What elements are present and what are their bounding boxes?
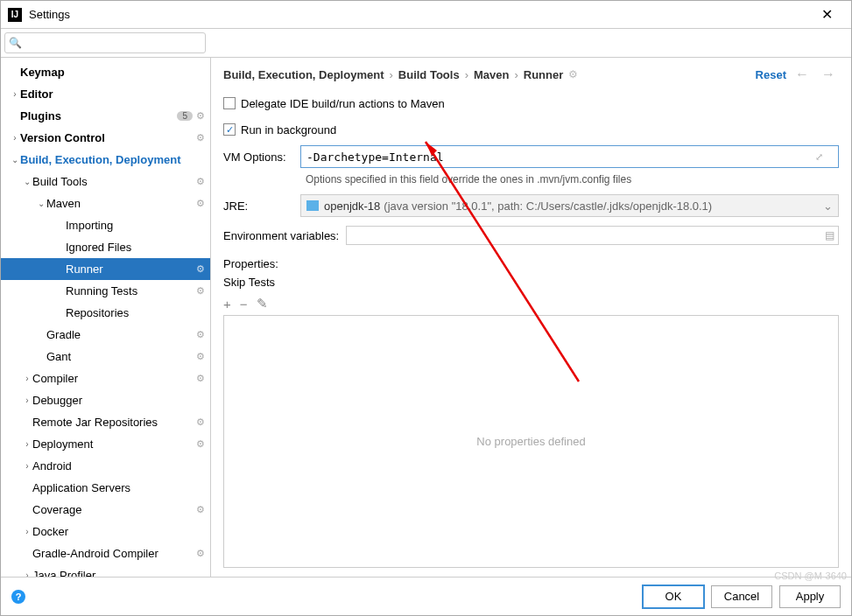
tree-item-docker[interactable]: ›Docker [1, 521, 210, 542]
tree-item-repositories[interactable]: Repositories [1, 302, 210, 324]
chevron-down-icon: ⌄ [823, 200, 833, 213]
tree-arrow-icon: › [22, 570, 32, 577]
tree-item-gradle-android-compiler[interactable]: Gradle-Android Compiler⚙ [1, 542, 210, 564]
add-icon[interactable]: + [223, 297, 231, 312]
tree-item-debugger[interactable]: ›Debugger [1, 389, 210, 411]
tree-item-plugins[interactable]: Plugins5⚙ [1, 105, 210, 127]
tree-label: Editor [20, 88, 205, 101]
tree-item-ignored-files[interactable]: Ignored Files [1, 236, 210, 258]
tree-label: Application Servers [32, 481, 205, 494]
titlebar: IJ Settings ✕ [1, 1, 851, 29]
tree-arrow-icon: › [22, 439, 32, 449]
forward-icon[interactable]: → [818, 66, 839, 82]
tree-label: Runner [66, 262, 196, 276]
jre-value: openjdk-18 [324, 200, 380, 213]
gear-icon: ⚙ [196, 548, 205, 559]
chevron-right-icon: › [389, 68, 392, 81]
tree-item-deployment[interactable]: ›Deployment⚙ [1, 433, 210, 455]
crumb-1[interactable]: Build Tools [398, 68, 460, 81]
background-checkbox[interactable]: ✓ [223, 123, 236, 136]
env-variables-input[interactable]: ▤ [346, 226, 839, 245]
crumb-3: Runner [524, 68, 564, 81]
breadcrumb: Build, Execution, Deployment › Build Too… [223, 66, 839, 82]
tree-label: Compiler [32, 372, 196, 385]
tree-label: Remote Jar Repositories [32, 416, 196, 429]
tree-item-android[interactable]: ›Android [1, 455, 210, 477]
gear-icon: ⚙ [196, 438, 205, 450]
tree-label: Maven [46, 197, 196, 210]
settings-tree[interactable]: Keymap›EditorPlugins5⚙›Version Control⚙⌄… [1, 58, 211, 577]
tree-label: Gant [46, 350, 196, 363]
background-label: Run in background [241, 123, 336, 136]
search-input[interactable] [24, 36, 201, 50]
tree-arrow-icon: ⌄ [22, 177, 32, 186]
remove-icon[interactable]: − [240, 297, 248, 312]
crumb-0[interactable]: Build, Execution, Deployment [223, 68, 384, 81]
vm-options-input[interactable] [300, 145, 839, 168]
tree-item-running-tests[interactable]: Running Tests⚙ [1, 280, 210, 302]
list-icon[interactable]: ▤ [825, 229, 834, 242]
tree-label: Ignored Files [66, 241, 205, 254]
properties-table[interactable]: No properties defined [223, 315, 839, 568]
tree-arrow-icon: › [22, 461, 32, 471]
tree-item-importing[interactable]: Importing [1, 214, 210, 236]
delegate-checkbox[interactable] [223, 97, 236, 109]
crumb-2[interactable]: Maven [474, 68, 509, 81]
gear-icon: ⚙ [196, 110, 205, 122]
tree-arrow-icon: › [22, 396, 32, 405]
gear-icon: ⚙ [196, 263, 205, 275]
gear-icon: ⚙ [196, 132, 205, 144]
tree-item-build-execution-deployment[interactable]: ⌄Build, Execution, Deployment [1, 149, 210, 171]
jre-label: JRE: [223, 200, 300, 213]
gear-icon: ⚙ [196, 198, 205, 209]
ok-button[interactable]: OK [643, 585, 704, 608]
apply-button[interactable]: Apply [779, 585, 841, 608]
tree-item-maven[interactable]: ⌄Maven⚙ [1, 192, 210, 214]
tree-item-gant[interactable]: Gant⚙ [1, 346, 210, 368]
tree-label: Keymap [20, 66, 205, 79]
back-icon[interactable]: ← [792, 66, 813, 82]
gear-icon: ⚙ [196, 504, 205, 515]
gear-icon: ⚙ [196, 329, 205, 340]
tree-item-gradle[interactable]: Gradle⚙ [1, 324, 210, 346]
tree-item-build-tools[interactable]: ⌄Build Tools⚙ [1, 171, 210, 192]
tree-item-runner[interactable]: Runner⚙ [1, 258, 210, 280]
edit-icon[interactable]: ✎ [257, 296, 268, 312]
tree-item-java-profiler[interactable]: ›Java Profiler [1, 564, 210, 577]
vm-options-label: VM Options: [223, 150, 300, 164]
tree-label: Docker [32, 525, 205, 538]
tree-item-coverage[interactable]: Coverage⚙ [1, 499, 210, 521]
tree-arrow-icon: › [10, 89, 20, 99]
jre-dropdown[interactable]: openjdk-18 (java version "18.0.1", path:… [300, 194, 839, 217]
skip-tests-row[interactable]: Skip Tests [223, 276, 839, 289]
gear-icon: ⚙ [196, 285, 205, 297]
cancel-button[interactable]: Cancel [711, 585, 772, 608]
chevron-right-icon: › [514, 68, 518, 81]
expand-icon[interactable]: ⤢ [815, 151, 823, 163]
tree-label: Deployment [32, 438, 196, 451]
tree-arrow-icon: ⌄ [10, 155, 20, 164]
tree-item-remote-jar-repositories[interactable]: Remote Jar Repositories⚙ [1, 411, 210, 433]
tree-label: Android [32, 459, 205, 472]
vm-options-hint: Options specified in this field override… [306, 173, 839, 186]
help-icon[interactable]: ? [11, 590, 25, 604]
tree-label: Debugger [32, 394, 205, 407]
reset-link[interactable]: Reset [756, 68, 786, 81]
tree-item-keymap[interactable]: Keymap [1, 61, 210, 83]
tree-label: Gradle [46, 328, 196, 341]
delegate-row[interactable]: Delegate IDE build/run actions to Maven [223, 93, 839, 114]
tree-item-compiler[interactable]: ›Compiler⚙ [1, 368, 210, 389]
tree-item-application-servers[interactable]: Application Servers [1, 477, 210, 499]
search-box[interactable]: 🔍 [4, 32, 206, 53]
gear-icon: ⚙ [196, 416, 205, 428]
gear-icon: ⚙ [196, 351, 205, 362]
tree-item-version-control[interactable]: ›Version Control⚙ [1, 127, 210, 149]
settings-panel: Build, Execution, Deployment › Build Too… [211, 58, 851, 577]
tree-item-editor[interactable]: ›Editor [1, 83, 210, 105]
close-icon[interactable]: ✕ [809, 6, 844, 23]
delegate-label: Delegate IDE build/run actions to Maven [241, 97, 445, 110]
tree-label: Repositories [66, 306, 205, 319]
tree-label: Build, Execution, Deployment [20, 153, 205, 166]
background-row[interactable]: ✓ Run in background [223, 119, 839, 140]
properties-empty: No properties defined [476, 435, 585, 448]
